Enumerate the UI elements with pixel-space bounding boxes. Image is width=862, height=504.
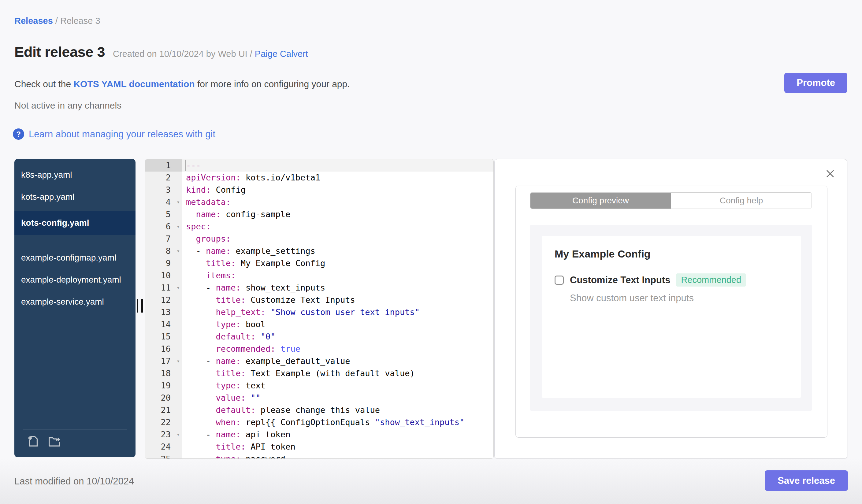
code-text[interactable]: kind: Config — [182, 184, 493, 196]
preview-card: Config previewConfig help My Example Con… — [515, 186, 827, 438]
code-line-14[interactable]: 14 type: bool — [145, 318, 493, 331]
breadcrumb-releases-link[interactable]: Releases — [14, 16, 53, 26]
line-number: 18 — [145, 367, 182, 380]
code-text[interactable]: type: text — [182, 380, 493, 392]
close-icon[interactable] — [825, 169, 835, 179]
code-text[interactable]: default: "0" — [182, 331, 493, 343]
sidebar-file-example-service.yaml[interactable]: example-service.yaml — [14, 294, 135, 310]
tab-config-help[interactable]: Config help — [671, 193, 811, 209]
code-line-16[interactable]: 16 recommended: true — [145, 343, 493, 355]
new-folder-icon[interactable] — [48, 434, 62, 450]
code-line-6[interactable]: 6▾spec: — [145, 221, 493, 233]
code-text[interactable]: title: Text Example (with default value) — [182, 367, 493, 380]
code-text[interactable]: title: Customize Text Inputs — [182, 294, 493, 306]
code-line-4[interactable]: 4▾metadata: — [145, 196, 493, 208]
code-text[interactable]: apiVersion: kots.io/v1beta1 — [182, 172, 493, 184]
code-text[interactable]: title: API token — [182, 441, 493, 453]
code-text[interactable]: - name: example_settings — [182, 245, 493, 257]
breadcrumb-current: Release 3 — [60, 16, 100, 26]
code-line-9[interactable]: 9 title: My Example Config — [145, 257, 493, 269]
tab-config-preview[interactable]: Config preview — [531, 193, 671, 209]
code-line-15[interactable]: 15 default: "0" — [145, 331, 493, 343]
line-number: 1 — [145, 159, 182, 172]
sidebar-file-kots-config.yaml[interactable]: kots-config.yaml — [14, 211, 135, 235]
code-line-19[interactable]: 19 type: text — [145, 380, 493, 392]
created-info: Created on 10/10/2024 by Web UI / Paige … — [113, 49, 308, 59]
code-text[interactable]: when: repl{{ ConfigOptionEquals "show_te… — [182, 416, 493, 428]
code-text[interactable]: - name: api_token — [182, 428, 493, 441]
line-number: 9 — [145, 257, 182, 269]
code-text[interactable]: spec: — [182, 221, 493, 233]
code-text[interactable]: groups: — [182, 233, 493, 245]
code-line-25[interactable]: 25 type: password — [145, 453, 493, 459]
sidebar-file-k8s-app.yaml[interactable]: k8s-app.yaml — [14, 167, 135, 183]
code-line-18[interactable]: 18 title: Text Example (with default val… — [145, 367, 493, 380]
line-number: 15 — [145, 331, 182, 343]
code-line-11[interactable]: 11▾ - name: show_text_inputs — [145, 282, 493, 294]
sidebar-divider — [23, 241, 127, 241]
code-line-3[interactable]: 3kind: Config — [145, 184, 493, 196]
promote-button[interactable]: Promote — [784, 73, 847, 93]
fold-arrow-icon[interactable]: ▾ — [177, 282, 180, 294]
code-line-5[interactable]: 5 name: config-sample — [145, 208, 493, 221]
code-text[interactable]: value: "" — [182, 392, 493, 404]
line-number: 2 — [145, 172, 182, 184]
code-line-22[interactable]: 22 when: repl{{ ConfigOptionEquals "show… — [145, 416, 493, 428]
code-line-1[interactable]: 1--- — [145, 159, 493, 172]
line-number: 12 — [145, 294, 182, 306]
code-line-12[interactable]: 12 title: Customize Text Inputs — [145, 294, 493, 306]
sidebar-resize-handle[interactable] — [136, 299, 143, 313]
config-item-help-text: Show custom user text inputs — [570, 293, 801, 304]
code-text[interactable]: type: password — [182, 453, 493, 459]
code-line-17[interactable]: 17▾ - name: example_default_value — [145, 355, 493, 367]
fold-arrow-icon[interactable]: ▾ — [177, 355, 180, 367]
code-text[interactable]: help_text: "Show custom user text inputs… — [182, 306, 493, 318]
git-releases-link-row[interactable]: ? Learn about managing your releases wit… — [13, 129, 216, 140]
code-line-8[interactable]: 8▾ - name: example_settings — [145, 245, 493, 257]
code-text[interactable]: recommended: true — [182, 343, 493, 355]
new-file-icon[interactable] — [27, 434, 41, 450]
line-number: 24 — [145, 441, 182, 453]
code-line-7[interactable]: 7 groups: — [145, 233, 493, 245]
code-line-21[interactable]: 21 default: please change this value — [145, 404, 493, 416]
docs-note: Check out the KOTS YAML documentation fo… — [14, 79, 350, 89]
code-line-24[interactable]: 24 title: API token — [145, 441, 493, 453]
fold-arrow-icon[interactable]: ▾ — [177, 428, 180, 441]
code-text[interactable]: --- — [182, 159, 493, 172]
sidebar-file-example-deployment.yaml[interactable]: example-deployment.yaml — [14, 272, 135, 288]
kots-yaml-docs-link[interactable]: KOTS YAML documentation — [74, 79, 195, 89]
code-text[interactable]: default: please change this value — [182, 404, 493, 416]
code-text[interactable]: type: bool — [182, 318, 493, 331]
line-number: 6▾ — [145, 221, 182, 233]
customize-text-inputs-checkbox[interactable] — [554, 276, 564, 285]
code-line-23[interactable]: 23▾ - name: api_token — [145, 428, 493, 441]
title-row: Edit release 3 Created on 10/10/2024 by … — [14, 43, 308, 60]
docs-prefix: Check out the — [14, 79, 74, 89]
save-release-button[interactable]: Save release — [765, 470, 848, 491]
line-number: 21 — [145, 404, 182, 416]
created-prefix: Created on 10/10/2024 by Web UI / — [113, 49, 255, 59]
code-text[interactable]: - name: show_text_inputs — [182, 282, 493, 294]
fold-arrow-icon[interactable]: ▾ — [177, 221, 180, 233]
fold-arrow-icon[interactable]: ▾ — [177, 245, 180, 257]
git-releases-link[interactable]: Learn about managing your releases with … — [29, 129, 216, 140]
code-text[interactable]: name: config-sample — [182, 208, 493, 221]
sidebar-file-kots-app.yaml[interactable]: kots-app.yaml — [14, 189, 135, 205]
code-line-10[interactable]: 10 items: — [145, 269, 493, 282]
created-author-link[interactable]: Paige Calvert — [255, 49, 308, 59]
code-text[interactable]: - name: example_default_value — [182, 355, 493, 367]
sidebar-file-example-configmap.yaml[interactable]: example-configmap.yaml — [14, 250, 135, 266]
config-group-card: My Example Config Customize Text Inputs … — [542, 236, 801, 398]
fold-arrow-icon[interactable]: ▾ — [177, 196, 180, 208]
config-render-area: My Example Config Customize Text Inputs … — [530, 225, 812, 411]
yaml-code-editor[interactable]: 1---2apiVersion: kots.io/v1beta13kind: C… — [145, 159, 494, 459]
recommended-badge: Recommended — [676, 274, 746, 287]
config-item-label[interactable]: Customize Text Inputs — [570, 275, 670, 286]
code-text[interactable]: metadata: — [182, 196, 493, 208]
code-line-13[interactable]: 13 help_text: "Show custom user text inp… — [145, 306, 493, 318]
code-text[interactable]: title: My Example Config — [182, 257, 493, 269]
code-line-2[interactable]: 2apiVersion: kots.io/v1beta1 — [145, 172, 493, 184]
code-text[interactable]: items: — [182, 269, 493, 282]
file-list: k8s-app.yamlkots-app.yamlkots-config.yam… — [14, 159, 135, 310]
code-line-20[interactable]: 20 value: "" — [145, 392, 493, 404]
